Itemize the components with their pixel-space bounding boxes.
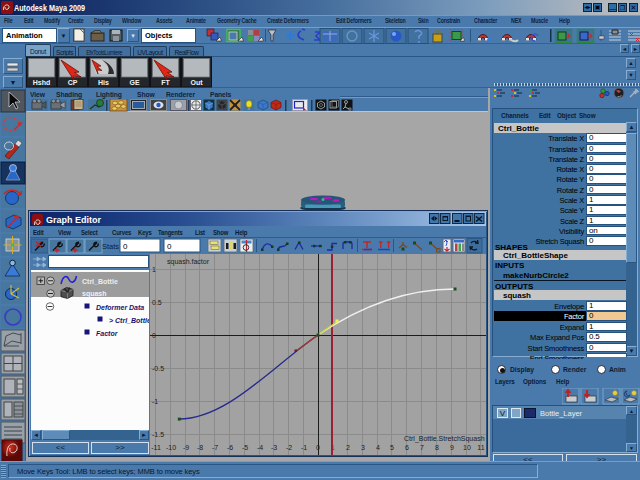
svg-text:-1: -1 (301, 444, 307, 451)
svg-text:Stats: Stats (102, 242, 119, 251)
svg-text:6: 6 (405, 444, 409, 451)
svg-text:FT: FT (161, 79, 170, 86)
svg-text:Ctrl_Bottle: Ctrl_Bottle (82, 278, 118, 285)
svg-text:-6: -6 (227, 444, 233, 451)
svg-text:-4: -4 (257, 444, 263, 451)
svg-text:8: 8 (435, 444, 439, 451)
svg-text:1: 1 (152, 266, 156, 273)
svg-text:4: 4 (376, 444, 380, 451)
svg-text:squash: squash (82, 290, 107, 298)
svg-text:Hshd: Hshd (33, 79, 51, 86)
svg-text:0: 0 (123, 242, 128, 251)
svg-text:10: 10 (463, 444, 471, 451)
svg-text:-9: -9 (183, 444, 189, 451)
svg-text:7: 7 (420, 444, 424, 451)
svg-text:-1: -1 (152, 398, 158, 405)
svg-text:-1.5: -1.5 (152, 431, 164, 438)
svg-text:Out: Out (190, 79, 203, 86)
svg-text:-8: -8 (197, 444, 203, 451)
svg-text:0: 0 (152, 332, 156, 339)
svg-text:-7: -7 (212, 444, 218, 451)
svg-text:-11: -11 (151, 444, 161, 451)
svg-text:squash.factor: squash.factor (167, 258, 210, 266)
svg-text:0: 0 (167, 242, 172, 251)
svg-text:2: 2 (346, 444, 350, 451)
svg-text:11: 11 (477, 444, 484, 451)
svg-text:1: 1 (331, 444, 335, 451)
svg-text:-3: -3 (271, 444, 277, 451)
svg-text:0: 0 (316, 444, 320, 451)
svg-text:-0.5: -0.5 (152, 365, 164, 372)
svg-text:9: 9 (450, 444, 454, 451)
svg-text:-2: -2 (286, 444, 292, 451)
svg-text:Deformer Data: Deformer Data (96, 304, 144, 311)
svg-text:5: 5 (390, 444, 394, 451)
svg-text:CP: CP (68, 79, 78, 86)
svg-text:Factor: Factor (96, 330, 119, 337)
svg-text:-5: -5 (242, 444, 248, 451)
svg-text:0.5: 0.5 (152, 299, 162, 306)
svg-text:> Ctrl_Bottle.St: > Ctrl_Bottle.St (109, 317, 149, 324)
svg-text:GE: GE (129, 79, 139, 86)
svg-text:-10: -10 (166, 444, 176, 451)
svg-text:3: 3 (361, 444, 365, 451)
svg-text:His: His (98, 79, 109, 86)
svg-text:Ctrl_Bottle.StretchSquash: Ctrl_Bottle.StretchSquash (404, 435, 485, 443)
